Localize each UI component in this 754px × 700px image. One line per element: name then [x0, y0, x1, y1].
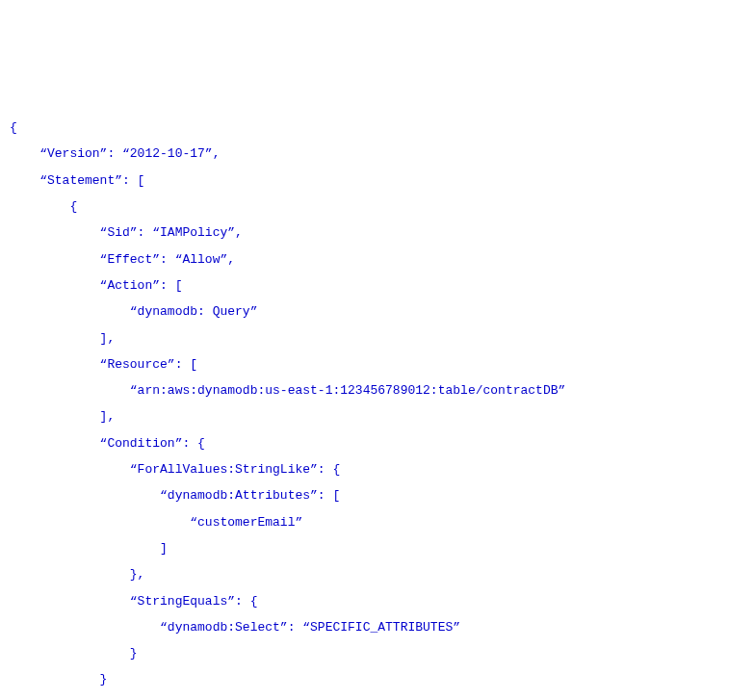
iam-policy-code: { “Version”: “2012-10-17”, “Statement”: … [10, 115, 744, 700]
